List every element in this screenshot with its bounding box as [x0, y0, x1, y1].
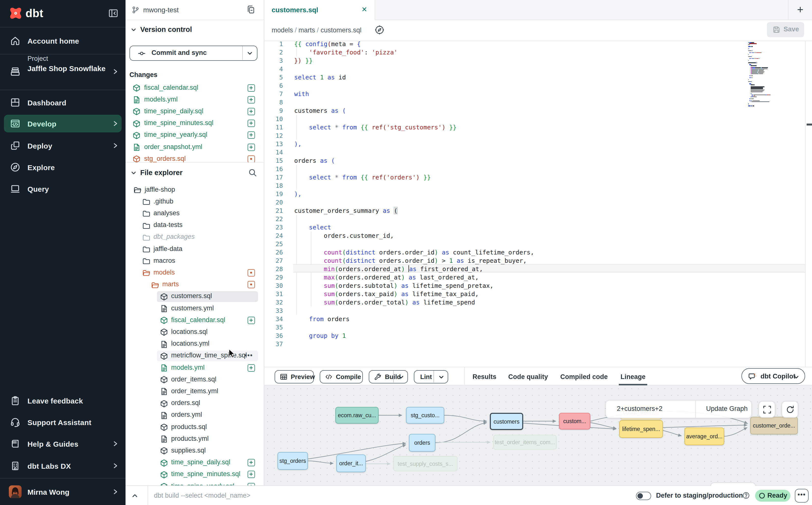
editor-minimap[interactable]	[748, 42, 803, 248]
new-tab-button[interactable]: +	[794, 4, 806, 16]
changes-label: Changes	[130, 71, 157, 78]
tab-label: customers.sql	[272, 6, 318, 14]
compile-button[interactable]: Compile	[320, 370, 363, 383]
collapse-sidebar-icon[interactable]	[108, 8, 119, 19]
tree-action-add[interactable]	[248, 364, 255, 371]
lint-button[interactable]: Lint	[414, 370, 448, 383]
tree-action-add[interactable]	[248, 471, 255, 478]
code-line-27: count(distinct orders.order_id) > 1 as i…	[293, 257, 805, 265]
sidebar-item-project[interactable]: ProjectJaffle Shop Snowflake	[0, 61, 126, 82]
fullscreen-button[interactable]	[759, 401, 775, 418]
dbt-copilot-button[interactable]: dbt Copilot	[742, 368, 805, 384]
tree-action-modified[interactable]	[248, 269, 255, 277]
lineage-node-lifetime[interactable]: lifetime_spen...	[619, 420, 663, 438]
sidebar-item-account-home[interactable]: Account home	[0, 30, 126, 51]
chevron-down-icon[interactable]	[438, 374, 444, 380]
tree-action-add[interactable]	[248, 459, 255, 466]
editor-toolbar: PreviewCompileBuildLint ResultsCode qual…	[264, 367, 812, 385]
chevron-down-icon[interactable]	[130, 26, 137, 33]
expand-command-bar-icon[interactable]	[131, 492, 138, 499]
folder-icon	[142, 257, 150, 265]
more-options-icon[interactable]: •••	[245, 352, 253, 359]
sidebar-item-help-guides[interactable]: Help & Guides	[0, 433, 126, 455]
stage-add-button[interactable]	[248, 132, 255, 139]
folder-icon	[142, 198, 150, 205]
sidebar-item-dbt-labs-dx[interactable]: dbt Labs DX	[0, 455, 126, 477]
tree-action-add[interactable]	[248, 483, 255, 485]
breadcrumb-segment[interactable]: customers.sql	[321, 26, 362, 34]
code-icon	[325, 373, 332, 380]
tab-compiled-code[interactable]: Compiled code	[560, 367, 608, 386]
scrollbar-thumb[interactable]	[807, 124, 812, 125]
tab-customers-sql[interactable]: customers.sql ✕	[264, 0, 375, 20]
lineage-node-order_it[interactable]: order_it...	[336, 455, 366, 472]
save-icon	[773, 26, 780, 33]
lineage-node-customers[interactable]: customers	[490, 413, 523, 430]
stage-add-button[interactable]	[248, 143, 255, 151]
lineage-node-orders[interactable]: orders	[409, 434, 436, 452]
sidebar-item-develop[interactable]: Develop	[0, 113, 126, 134]
lineage-cut-control[interactable]	[710, 482, 756, 486]
update-graph-button[interactable]: Update Graph	[706, 405, 748, 412]
fullscreen-icon	[763, 405, 771, 414]
copy-branch-icon[interactable]	[246, 5, 256, 14]
refresh-button[interactable]	[782, 401, 798, 418]
archive-icon	[10, 66, 21, 77]
save-button[interactable]: Save	[767, 22, 804, 37]
breadcrumb-segment[interactable]: models	[272, 26, 293, 34]
preview-button[interactable]: Preview	[275, 370, 314, 383]
help-icon[interactable]	[743, 492, 750, 499]
more-options-button[interactable]: •••	[795, 489, 809, 503]
commit-and-sync-button[interactable]: Commit and sync	[130, 46, 258, 61]
chevron-down-icon[interactable]	[130, 170, 137, 176]
commit-options-chevron-icon[interactable]	[247, 50, 253, 56]
code-line-8	[293, 98, 805, 107]
stage-add-button[interactable]	[248, 84, 255, 92]
lineage-node-test_supply[interactable]: test_supply_costs_s...	[393, 456, 458, 471]
lineage-node-stg_orders[interactable]: stg_orders	[278, 452, 308, 470]
folder-open-icon	[133, 186, 141, 194]
yml-icon	[160, 411, 168, 419]
sidebar-item-deploy[interactable]: Deploy	[0, 135, 126, 156]
stage-modified-button[interactable]	[248, 155, 255, 162]
lineage-node-ecom[interactable]: ecom.raw_cu...	[335, 407, 378, 424]
tab-code-quality[interactable]: Code quality	[508, 367, 548, 386]
sidebar-item-query[interactable]: Query	[0, 178, 126, 199]
ellipsis-icon: •••	[795, 491, 808, 498]
command-input[interactable]: dbt build --select <model_name>	[154, 492, 250, 499]
tab-results[interactable]: Results	[472, 367, 496, 386]
breadcrumb-segment[interactable]: marts	[299, 26, 315, 34]
model-icon	[160, 459, 168, 467]
model-icon	[132, 84, 140, 92]
code-editor[interactable]: 1{{ config(meta = {2 'favorite_food': 'p…	[264, 41, 812, 367]
lineage-node-customer_orde[interactable]: customer_orde...	[750, 417, 798, 435]
lineage-node-average[interactable]: average_ord...	[684, 428, 724, 445]
build-button[interactable]: Build	[369, 370, 408, 383]
sidebar-item-support-assistant[interactable]: Support Assistant	[0, 411, 126, 433]
yml-icon	[160, 340, 168, 348]
lineage-search-input[interactable]: 2+customers+2	[617, 405, 662, 412]
chevron-down-icon[interactable]	[398, 374, 404, 380]
sidebar-item-leave-feedback[interactable]: Leave feedback	[0, 390, 126, 411]
model-icon	[132, 108, 140, 116]
stage-add-button[interactable]	[248, 96, 255, 103]
book-icon	[10, 438, 21, 449]
lineage-node-custom[interactable]: custom...	[559, 413, 590, 430]
branch-name[interactable]: mwong-test	[143, 6, 179, 14]
tree-action-add[interactable]	[248, 317, 255, 324]
tab-lineage[interactable]: Lineage	[621, 367, 646, 386]
search-icon[interactable]	[248, 168, 257, 177]
stage-add-button[interactable]	[248, 108, 255, 115]
code-line-19: ),	[293, 190, 805, 198]
lineage-node-test_order[interactable]: test_order_items_com...	[493, 435, 556, 450]
lineage-node-stg_customers[interactable]: stg_custo...	[406, 407, 444, 424]
sidebar-item-explore[interactable]: Explore	[0, 156, 126, 178]
close-tab-icon[interactable]: ✕	[360, 5, 368, 13]
lineage-panel[interactable]: ecom.raw_cu...stg_custo...customerscusto…	[264, 385, 812, 486]
tree-action-modified[interactable]	[248, 281, 255, 288]
defer-toggle[interactable]	[636, 492, 651, 500]
code-line-12	[293, 131, 805, 140]
explore-model-icon[interactable]	[375, 25, 384, 35]
sidebar-item-dashboard[interactable]: Dashboard	[0, 92, 126, 113]
stage-add-button[interactable]	[248, 120, 255, 127]
